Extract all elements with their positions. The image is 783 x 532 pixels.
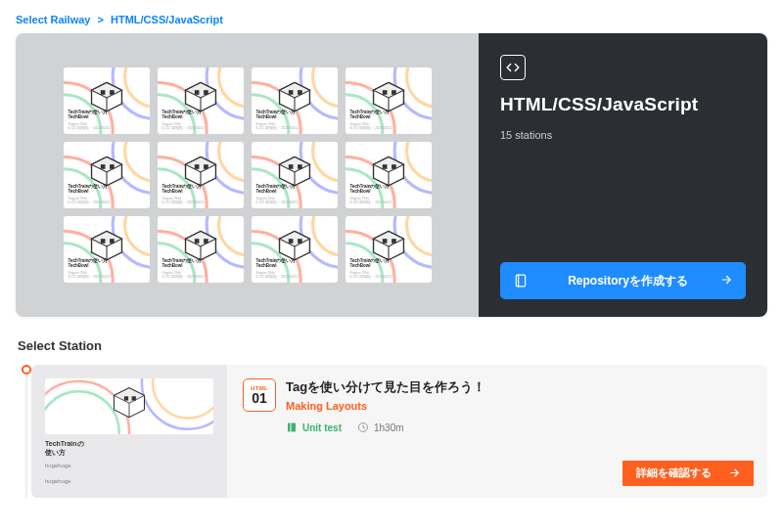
station-timeline: TechTrainの 使い方 hogehoge hogehoge HTML 01… (16, 365, 767, 498)
svg-rect-61 (288, 164, 293, 169)
breadcrumb-current: HTML/CSS/JavaScript (111, 14, 223, 25)
breadcrumb-root-link[interactable]: Select Railway (16, 14, 90, 25)
railway-info-panel: HTML/CSS/JavaScript 15 stations Reposito… (479, 33, 767, 317)
create-repository-label: Repositoryを作成する (537, 273, 718, 289)
preview-card: TechTrainの使い方TechBowlSuguru Ohki6,722 回視… (252, 216, 338, 283)
preview-card: TechTrainの使い方TechBowlSuguru Ohki6,722 回視… (158, 142, 244, 208)
svg-rect-97 (288, 239, 293, 244)
svg-point-112 (45, 391, 119, 434)
preview-card: TechTrainの使い方TechBowlSuguru Ohki6,722 回視… (64, 67, 150, 134)
railway-preview-grid: TechTrainの使い方TechBowlSuguru Ohki6,722 回視… (16, 33, 479, 317)
svg-point-57 (312, 142, 337, 181)
svg-point-102 (406, 216, 431, 255)
svg-point-66 (406, 142, 431, 181)
preview-card: TechTrainの使い方TechBowlSuguru Ohki6,722 回視… (64, 216, 150, 283)
svg-rect-7 (100, 90, 105, 95)
svg-rect-26 (298, 90, 302, 95)
station-meta: Unit test 1h30m (286, 421, 750, 433)
svg-rect-119 (132, 396, 136, 400)
thumb-author: hogehoge (45, 463, 213, 468)
svg-rect-44 (110, 164, 115, 169)
railway-station-count: 15 stations (500, 129, 746, 141)
svg-rect-71 (392, 164, 396, 169)
svg-point-114 (153, 378, 213, 419)
station-number-badge: HTML 01 (243, 378, 276, 412)
station-thumbnail: TechTrainの 使い方 hogehoge hogehoge (31, 365, 227, 498)
svg-rect-34 (382, 90, 387, 95)
svg-rect-16 (194, 90, 199, 95)
svg-rect-70 (382, 164, 387, 169)
create-repository-button[interactable]: Repositoryを作成する (500, 262, 746, 299)
repository-icon (514, 274, 528, 288)
timeline-line (25, 375, 27, 498)
arrow-right-icon (729, 467, 740, 480)
arrow-right-icon (718, 274, 732, 288)
railway-hero: TechTrainの使い方TechBowlSuguru Ohki6,722 回視… (16, 33, 767, 317)
view-detail-label: 詳細を確認する (636, 466, 712, 480)
preview-card: TechTrainの使い方TechBowlSuguru Ohki6,722 回視… (252, 67, 338, 134)
svg-rect-89 (204, 239, 208, 244)
select-station-heading: Select Station (18, 338, 767, 353)
svg-rect-108 (516, 275, 525, 287)
svg-rect-79 (100, 239, 105, 244)
svg-point-12 (218, 67, 243, 107)
unit-test-badge: Unit test (286, 421, 342, 433)
svg-point-39 (124, 142, 149, 181)
svg-rect-8 (110, 90, 115, 95)
svg-rect-35 (392, 90, 396, 95)
thumb-title-line2: 使い方 (45, 449, 213, 457)
preview-card: TechTrainの使い方TechBowlSuguru Ohki6,722 回視… (64, 142, 150, 208)
svg-rect-43 (100, 164, 105, 169)
preview-card: TechTrainの使い方TechBowlSuguru Ohki6,722 回視… (252, 142, 338, 208)
railway-title: HTML/CSS/JavaScript (500, 94, 746, 115)
svg-rect-80 (110, 239, 115, 244)
station-number: 01 (252, 391, 267, 405)
svg-point-93 (312, 216, 337, 255)
code-icon (500, 55, 526, 80)
svg-point-30 (406, 67, 431, 107)
svg-point-21 (312, 67, 337, 107)
preview-card: TechTrainの使い方TechBowlSuguru Ohki6,722 回視… (345, 67, 432, 134)
svg-rect-106 (382, 239, 387, 244)
duration-badge: 1h30m (357, 421, 404, 433)
svg-rect-62 (298, 164, 302, 169)
preview-card: TechTrainの使い方TechBowlSuguru Ohki6,722 回視… (345, 142, 432, 208)
svg-point-84 (218, 216, 243, 255)
svg-rect-52 (194, 164, 199, 169)
preview-card: TechTrainの使い方TechBowlSuguru Ohki6,722 回視… (345, 216, 432, 283)
station-card[interactable]: TechTrainの 使い方 hogehoge hogehoge HTML 01… (31, 365, 767, 498)
station-subtitle: Making Layouts (286, 400, 485, 412)
svg-point-75 (124, 216, 149, 255)
station-title: Tagを使い分けて見た目を作ろう！ (286, 378, 485, 396)
preview-card: TechTrainの使い方TechBowlSuguru Ohki6,722 回視… (158, 216, 244, 283)
timeline-dot (22, 365, 31, 375)
svg-rect-98 (298, 239, 302, 244)
svg-rect-107 (392, 239, 396, 244)
station-body: HTML 01 Tagを使い分けて見た目を作ろう！ Making Layouts… (227, 365, 767, 498)
breadcrumb-separator: > (98, 14, 104, 25)
svg-point-3 (124, 67, 149, 107)
breadcrumb: Select Railway > HTML/CSS/JavaScript (16, 10, 767, 33)
view-detail-button[interactable]: 詳細を確認する (622, 461, 754, 486)
thumb-title-line1: TechTrainの (45, 440, 213, 448)
svg-point-48 (218, 142, 243, 181)
svg-rect-25 (288, 90, 293, 95)
svg-rect-53 (204, 164, 208, 169)
svg-rect-118 (124, 396, 128, 400)
svg-rect-88 (194, 239, 199, 244)
svg-rect-17 (204, 90, 208, 95)
thumb-footer: hogehoge (45, 478, 213, 484)
preview-card: TechTrainの使い方TechBowlSuguru Ohki6,722 回視… (158, 67, 244, 134)
